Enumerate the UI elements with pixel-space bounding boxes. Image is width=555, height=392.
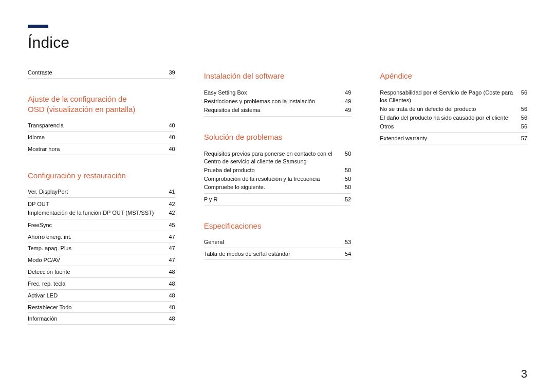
toc-entry-page: 56 bbox=[517, 89, 527, 104]
toc-entry-label: El daño del producto ha sido causado por… bbox=[380, 114, 517, 122]
toc-entry-label: Detección fuente bbox=[28, 268, 165, 276]
toc-subentry[interactable]: Restricciones y problemas con la instala… bbox=[204, 97, 351, 106]
toc-entry-label: Mostrar hora bbox=[28, 145, 165, 153]
heading-line: Ajuste de la configuración de bbox=[28, 95, 127, 103]
toc-entry[interactable]: FreeSync45 bbox=[28, 219, 175, 231]
toc-entry-page: 49 bbox=[341, 98, 351, 105]
toc-entry-label: Activar LED bbox=[28, 292, 165, 300]
page-title: Índice bbox=[28, 34, 527, 51]
accent-bar bbox=[28, 25, 48, 28]
toc-entry[interactable]: General53 bbox=[204, 236, 351, 248]
toc-block-continued: Contraste 39 bbox=[28, 67, 175, 79]
toc-entry[interactable]: Idioma40 bbox=[28, 132, 175, 143]
toc-subentry[interactable]: Requisitos del sistema49 bbox=[204, 106, 351, 115]
toc-entry-label: Prueba del producto bbox=[204, 166, 341, 174]
toc-block-trouble: Solución de problemas Requisitos previos… bbox=[204, 132, 351, 206]
toc-entry-label: P y R bbox=[204, 196, 341, 203]
toc-entry-label: Easy Setting Box bbox=[204, 89, 341, 97]
toc-entry[interactable]: Detección fuente48 bbox=[28, 266, 175, 278]
toc-entry-page: 48 bbox=[165, 292, 175, 300]
toc-entry[interactable]: Temp. apag. Plus47 bbox=[28, 242, 175, 254]
toc-entry-page: 56 bbox=[517, 105, 527, 113]
toc-entry-label: Ver. DisplayPort bbox=[28, 188, 165, 196]
toc-section-heading[interactable]: Ajuste de la configuración de OSD (visua… bbox=[28, 94, 175, 115]
toc-subentry[interactable]: El daño del producto ha sido causado por… bbox=[380, 114, 527, 122]
toc-subentry[interactable]: Comprobación de la resolución y la frecu… bbox=[204, 175, 351, 183]
toc-entry[interactable]: Activar LED48 bbox=[28, 290, 175, 302]
toc-block-spec: Especificaciones General53 Tabla de modo… bbox=[204, 221, 351, 260]
toc-entry-page: 45 bbox=[165, 221, 175, 229]
toc-entry-label: Implementación de la función DP OUT (MST… bbox=[28, 209, 165, 217]
toc-entry-page: 48 bbox=[165, 280, 175, 288]
toc-entry-page: 53 bbox=[341, 238, 351, 246]
toc-entry[interactable]: Requisitos previos para ponerse en conta… bbox=[204, 150, 351, 166]
toc-entry-page: 49 bbox=[341, 89, 351, 97]
toc-entry-page: 50 bbox=[341, 150, 351, 165]
toc-entry-label: Requisitos previos para ponerse en conta… bbox=[204, 150, 341, 165]
toc-entry-label: General bbox=[204, 238, 341, 246]
toc-entry[interactable]: DP OUT42 bbox=[28, 200, 175, 209]
toc-column-1: Contraste 39 Ajuste de la configuración … bbox=[28, 67, 175, 340]
toc-entry[interactable]: Contraste 39 bbox=[28, 67, 175, 79]
toc-entry-page: 47 bbox=[165, 256, 175, 264]
toc-entry-page: 39 bbox=[165, 69, 175, 77]
toc-entry-page: 48 bbox=[165, 304, 175, 311]
toc-entry-label: Requisitos del sistema bbox=[204, 106, 341, 114]
toc-entry-group: Easy Setting Box49 Restricciones y probl… bbox=[204, 86, 351, 117]
toc-entry-label: Extended warranty bbox=[380, 135, 517, 142]
toc-entry-label: Restablecer Todo bbox=[28, 304, 165, 311]
page-number: 3 bbox=[521, 367, 527, 381]
toc-entry-page: 50 bbox=[341, 183, 351, 191]
toc-entry-label: Modo PC/AV bbox=[28, 256, 165, 264]
toc-entry[interactable]: Extended warranty57 bbox=[380, 133, 527, 144]
toc-entry-label: Contraste bbox=[28, 69, 165, 77]
toc-entry-page: 50 bbox=[341, 166, 351, 174]
toc-entry-page: 41 bbox=[165, 188, 175, 196]
toc-entry[interactable]: Ahorro energ. int.47 bbox=[28, 231, 175, 243]
toc-entry[interactable]: Ver. DisplayPort41 bbox=[28, 186, 175, 198]
toc-entry[interactable]: Tabla de modos de señal estándar54 bbox=[204, 248, 351, 260]
toc-entry-page: 47 bbox=[165, 233, 175, 241]
toc-entry[interactable]: Mostrar hora40 bbox=[28, 143, 175, 155]
toc-entry-page: 48 bbox=[165, 315, 175, 323]
toc-subentry[interactable]: No se trata de un defecto del producto56 bbox=[380, 105, 527, 114]
toc-block-appendix: Apéndice Responsabilidad por el Servicio… bbox=[380, 71, 527, 144]
toc-entry-label: Transparencia bbox=[28, 122, 165, 129]
toc-entry[interactable]: Easy Setting Box49 bbox=[204, 88, 351, 97]
toc-entry[interactable]: Transparencia40 bbox=[28, 120, 175, 132]
toc-entry-page: 47 bbox=[165, 245, 175, 252]
toc-section-heading[interactable]: Configuración y restauración bbox=[28, 171, 175, 181]
toc-entry-label: Restricciones y problemas con la instala… bbox=[204, 98, 341, 105]
toc-entry-page: 56 bbox=[517, 114, 527, 122]
toc-section-heading[interactable]: Solución de problemas bbox=[204, 132, 351, 142]
toc-subentry[interactable]: Prueba del producto50 bbox=[204, 166, 351, 175]
toc-block-osd: Ajuste de la configuración de OSD (visua… bbox=[28, 94, 175, 155]
toc-section-heading[interactable]: Especificaciones bbox=[204, 221, 351, 231]
toc-section-heading[interactable]: Apéndice bbox=[380, 71, 527, 81]
toc-entry[interactable]: Restablecer Todo48 bbox=[28, 302, 175, 313]
toc-block-software: Instalación del software Easy Setting Bo… bbox=[204, 71, 351, 117]
heading-line: OSD (visualización en pantalla) bbox=[28, 105, 135, 114]
toc-entry-label: Ahorro energ. int. bbox=[28, 233, 165, 241]
toc-entry-group: Requisitos previos para ponerse en conta… bbox=[204, 147, 351, 194]
toc-entry-group: DP OUT42 Implementación de la función DP… bbox=[28, 198, 175, 219]
toc-entry[interactable]: P y R52 bbox=[204, 194, 351, 206]
toc-entry-page: 40 bbox=[165, 134, 175, 141]
toc-entry-page: 48 bbox=[165, 268, 175, 276]
toc-subentry[interactable]: Implementación de la función DP OUT (MST… bbox=[28, 209, 175, 217]
toc-section-heading[interactable]: Instalación del software bbox=[204, 71, 351, 81]
toc-entry-label: No se trata de un defecto del producto bbox=[380, 105, 517, 113]
toc-entry-label: Tabla de modos de señal estándar bbox=[204, 250, 341, 258]
toc-entry-page: 40 bbox=[165, 145, 175, 153]
toc-entry-page: 56 bbox=[517, 123, 527, 130]
toc-entry[interactable]: Modo PC/AV47 bbox=[28, 254, 175, 266]
toc-entry-page: 40 bbox=[165, 122, 175, 129]
toc-subentry[interactable]: Otros56 bbox=[380, 122, 527, 131]
manual-toc-page: Índice Contraste 39 Ajuste de la configu… bbox=[0, 0, 555, 392]
toc-entry[interactable]: Frec. rep. tecla48 bbox=[28, 278, 175, 290]
toc-entry[interactable]: Responsabilidad por el Servicio de Pago … bbox=[380, 88, 527, 105]
toc-entry-label: DP OUT bbox=[28, 200, 165, 208]
toc-subentry[interactable]: Compruebe lo siguiente.50 bbox=[204, 183, 351, 192]
toc-entry-page: 52 bbox=[341, 196, 351, 203]
toc-entry[interactable]: Información48 bbox=[28, 313, 175, 325]
